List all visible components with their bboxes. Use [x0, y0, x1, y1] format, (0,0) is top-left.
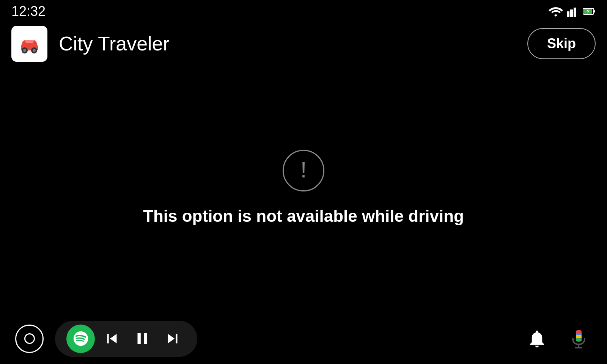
error-icon: ! [283, 150, 324, 191]
app-header-left: City Traveler [11, 26, 170, 62]
svg-rect-1 [570, 9, 573, 17]
error-exclaim: ! [300, 158, 307, 181]
bottom-right [524, 325, 592, 352]
svg-point-8 [23, 49, 26, 52]
next-button[interactable] [159, 325, 186, 352]
car-icon [17, 31, 42, 56]
previous-button[interactable] [99, 325, 125, 352]
svg-rect-0 [567, 11, 569, 17]
spotify-button[interactable] [66, 325, 95, 353]
notification-button[interactable] [524, 325, 550, 352]
svg-rect-2 [574, 8, 576, 17]
microphone-button[interactable] [565, 325, 592, 352]
signal-icon [567, 6, 579, 17]
svg-rect-12 [576, 330, 582, 334]
skip-forward-icon [163, 329, 182, 348]
pause-icon [133, 329, 152, 348]
bottom-left [15, 321, 197, 357]
svg-rect-15 [576, 335, 582, 338]
mic-icon [568, 328, 589, 349]
app-title: City Traveler [59, 32, 170, 55]
status-icons [549, 6, 596, 17]
main-content: ! This option is not available while dri… [0, 64, 607, 311]
wifi-icon [549, 6, 563, 17]
bottom-bar [0, 313, 607, 364]
app-logo [11, 26, 47, 62]
skip-button[interactable]: Skip [527, 28, 596, 59]
status-bar: 12:32 [0, 0, 607, 23]
status-time: 12:32 [11, 3, 46, 19]
home-dot-icon [24, 333, 35, 344]
battery-icon [583, 7, 596, 16]
spotify-icon [72, 330, 90, 347]
error-message: This option is not available while drivi… [143, 207, 464, 226]
skip-back-icon [102, 329, 121, 348]
pause-button[interactable] [129, 325, 156, 352]
player-controls [55, 321, 197, 357]
home-button[interactable] [15, 325, 44, 353]
svg-point-10 [33, 49, 36, 52]
bell-icon [527, 328, 547, 349]
app-header: City Traveler Skip [0, 23, 607, 64]
svg-rect-4 [594, 10, 595, 13]
